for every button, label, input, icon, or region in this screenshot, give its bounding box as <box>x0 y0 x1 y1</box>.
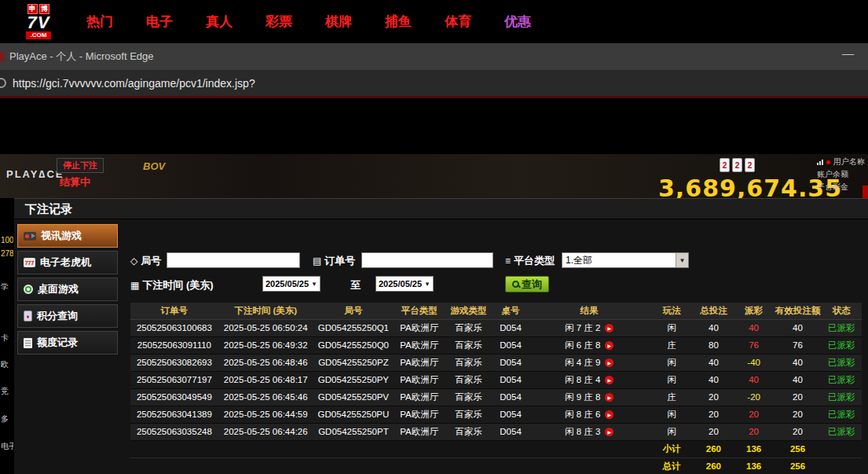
cell-valid-bet: 76 <box>774 336 822 354</box>
nav-item-slots[interactable]: 电子 <box>146 13 173 31</box>
cell-play-type: 闲 <box>650 406 694 423</box>
nav-item-promos[interactable]: 优惠 <box>504 13 531 31</box>
result-play-icon[interactable] <box>605 376 613 384</box>
cell-total-bet: 40 <box>694 371 734 388</box>
cell-valid-bet: 40 <box>774 354 822 371</box>
table-row: 250525063091110 2025-05-25 06:49:32 GD05… <box>130 336 862 354</box>
nav-item-cards[interactable]: 棋牌 <box>325 13 352 31</box>
main-menu: 热门 电子 真人 彩票 棋牌 捕鱼 体育 优惠 <box>86 13 531 31</box>
round-number-input[interactable] <box>167 252 300 268</box>
username-label: 用户名称 <box>833 156 865 167</box>
cell-table-number: D054 <box>493 336 529 354</box>
cell-play-type: 闲 <box>650 354 694 371</box>
sidebar-item-live-games[interactable]: 视讯游戏 <box>17 224 118 248</box>
left-edge-fragment: 电子 <box>1 441 13 452</box>
nav-item-lottery[interactable]: 彩票 <box>266 13 292 31</box>
slot-machine-icon <box>24 258 35 267</box>
cell-status: 已派彩 <box>822 336 862 354</box>
result-play-icon[interactable] <box>605 428 613 436</box>
cell-status: 已派彩 <box>822 406 862 423</box>
list-icon: ≡ <box>505 255 511 266</box>
cell-total-bet: 20 <box>694 406 734 423</box>
settling-label: 结算中 <box>60 175 90 189</box>
bonus-label: 平台彩金 <box>817 182 848 193</box>
result-play-icon[interactable] <box>605 324 613 333</box>
jackpot-amount: 3,689,674.35 <box>658 175 842 198</box>
nav-item-hot[interactable]: 热门 <box>86 13 113 31</box>
diamond-icon: ◇ <box>130 255 137 266</box>
bet-time-label: ▦ 下注时间 (美东) <box>130 278 214 292</box>
date-from-value: 2025/05/25 <box>266 279 309 288</box>
bet-records-table: 订单号 下注时间 (美东) 局号 平台类型 游戏类型 桌号 结果 玩法 总投注 … <box>130 303 862 474</box>
result-play-icon[interactable] <box>605 341 613 350</box>
calendar-icon: ▦ <box>130 280 139 291</box>
column-header: 玩法 <box>650 303 694 319</box>
date-from-select[interactable]: 2025/05/25 <box>262 276 320 292</box>
cell-table-number: D054 <box>493 423 529 440</box>
date-to-select[interactable]: 2025/05/25 <box>375 276 434 292</box>
table-header: 订单号 下注时间 (美东) 局号 平台类型 游戏类型 桌号 结果 玩法 总投注 … <box>130 303 862 319</box>
cell-payout: 20 <box>734 423 774 440</box>
notification-dot-icon <box>826 160 830 164</box>
sidebar-item-slot-machines[interactable]: 电子老虎机 <box>17 251 118 274</box>
column-header: 状态 <box>822 303 862 319</box>
platform-type-label: ≡ 平台类型 <box>505 254 555 268</box>
column-header: 结果 <box>529 303 650 319</box>
left-edge-fragment: 多 <box>1 413 13 424</box>
cell-status: 已派彩 <box>822 371 862 388</box>
subtotal-valid: 256 <box>774 440 822 457</box>
playace-logo: PLAY∆CE <box>6 168 64 180</box>
cell-round-number: GD054255250Q0 <box>313 336 394 354</box>
sidebar-item-points-query[interactable]: 积分查询 <box>17 304 118 328</box>
window-titlebar: PlayAce - 个人 - Microsoft Edge — <box>0 43 868 70</box>
cell-game-type: 百家乐 <box>445 388 493 406</box>
cell-result: 闲 8 庄 3 <box>529 423 650 440</box>
cell-result: 闲 8 庄 6 <box>529 406 650 423</box>
column-header: 订单号 <box>130 303 218 319</box>
cell-status: 已派彩 <box>822 388 862 406</box>
left-edge-fragment: 100: <box>1 236 13 244</box>
stop-betting-label: 停止下注 <box>57 158 104 173</box>
cell-result: 闲 6 庄 8 <box>529 336 650 354</box>
side-notification-tab[interactable] <box>863 186 868 198</box>
sidebar-item-quota-records[interactable]: 额度记录 <box>17 331 118 355</box>
url-text[interactable]: https://gci.7vvvvvv.com/agingame/pcv1/in… <box>13 77 255 90</box>
left-edge-fragment: 欧 <box>1 359 13 370</box>
cell-game-type: 百家乐 <box>445 423 493 440</box>
cell-valid-bet: 40 <box>774 371 822 388</box>
reload-icon[interactable] <box>0 78 6 88</box>
order-number-input[interactable] <box>361 252 493 268</box>
site-logo[interactable]: 申 博 7V .COM <box>14 4 63 39</box>
sidebar-item-table-games[interactable]: 桌面游戏 <box>17 277 118 301</box>
cell-game-type: 百家乐 <box>445 354 493 371</box>
cell-game-type: 百家乐 <box>445 371 493 388</box>
total-payout: 136 <box>734 457 774 474</box>
result-play-icon[interactable] <box>605 410 613 419</box>
column-header: 总投注 <box>694 303 734 319</box>
dropdown-arrow-icon[interactable] <box>676 253 688 267</box>
platform-type-select[interactable]: 1.全部 <box>562 252 689 268</box>
points-card-icon <box>24 310 32 322</box>
to-label: 至 <box>350 278 361 292</box>
column-header: 局号 <box>313 303 394 319</box>
cell-payout: 20 <box>734 406 774 423</box>
result-play-icon[interactable] <box>605 393 613 402</box>
cell-order-number: 250525063100683 <box>130 319 218 336</box>
nav-item-live[interactable]: 真人 <box>206 13 233 31</box>
cell-play-type: 庄 <box>650 388 694 406</box>
total-valid: 256 <box>774 457 822 474</box>
cell-platform-type: PA欧洲厅 <box>394 371 445 388</box>
sidebar-item-label: 视讯游戏 <box>41 229 82 243</box>
minimize-button[interactable]: — <box>842 46 854 60</box>
result-play-icon[interactable] <box>605 358 613 367</box>
search-button[interactable]: 查询 <box>505 276 549 292</box>
nav-item-sports[interactable]: 体育 <box>445 13 471 31</box>
bet-table-wrap: 订单号 下注时间 (美东) 局号 平台类型 游戏类型 桌号 结果 玩法 总投注 … <box>130 303 862 474</box>
cell-round-number: GD054255250PT <box>313 423 394 440</box>
cell-status: 已派彩 <box>822 354 862 371</box>
cell-platform-type: PA欧洲厅 <box>394 423 445 440</box>
nav-item-fishing[interactable]: 捕鱼 <box>385 13 412 31</box>
cell-round-number: GD054255250PZ <box>313 354 394 371</box>
cell-bet-time: 2025-05-25 06:44:59 <box>218 406 313 423</box>
cell-game-type: 百家乐 <box>445 319 493 336</box>
